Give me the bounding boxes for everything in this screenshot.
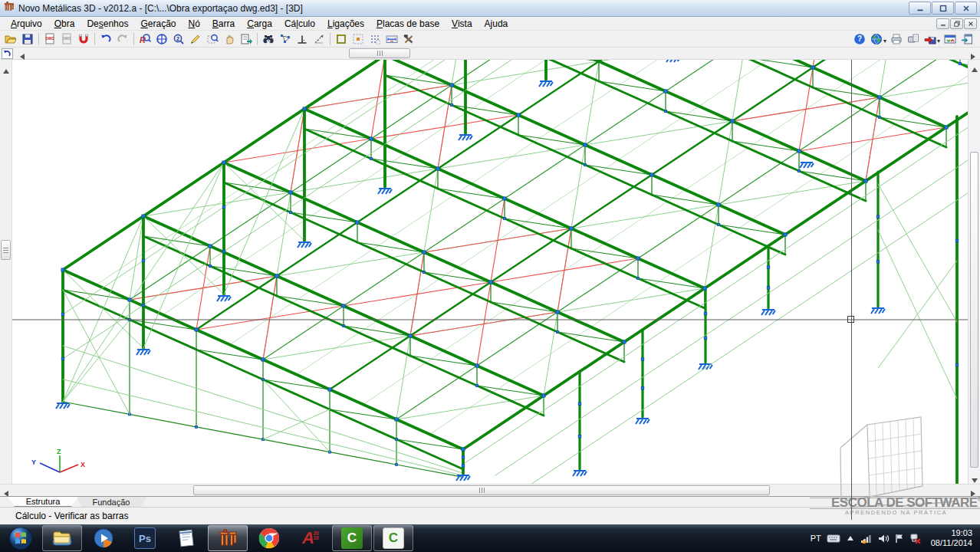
mdi-close-button[interactable] [964,18,977,29]
svg-text:X: X [81,461,85,468]
left-scrollbar-thumb[interactable] [1,240,11,260]
undo-icon[interactable] [97,31,114,47]
clock-time: 19:03 [931,528,972,538]
window-exit-icon[interactable] [959,31,975,47]
taskbar-chrome-icon[interactable] [249,525,289,551]
taskbar-photoshop-icon[interactable]: Ps [125,525,165,551]
window-title: Novo Metálicas 3D - v2012.a - [C:\...\Ob… [18,3,303,14]
horizontal-scrollbar[interactable] [0,484,980,496]
selection-square-icon[interactable] [333,31,350,47]
taskbar-camtasia-studio-icon[interactable]: C [332,525,372,551]
scroll-left-icon[interactable] [18,50,26,64]
maximize-button[interactable] [932,2,954,15]
top-scrollbar-thumb[interactable] [349,48,410,58]
toolbar: DWGDWGR2M ?▾▾ [0,31,980,48]
view-tabs-bar: Estrutura Fundação [0,496,980,507]
app-icon [3,1,15,15]
redraw-pencil-icon[interactable] [187,31,204,47]
print-preview-icon[interactable] [905,31,922,47]
tab-fundacao[interactable]: Fundação [75,497,147,507]
title-bar: Novo Metálicas 3D - v2012.a - [C:\...\Ob… [0,0,980,17]
mdi-minimize-button[interactable] [936,18,949,29]
top-scroll-strip [0,48,980,60]
toolbar-separator [94,33,95,45]
save-icon[interactable] [19,31,36,47]
tools-hammer-icon[interactable] [400,31,417,47]
svg-text:DWG: DWG [46,37,54,41]
dimension-style-icon[interactable] [383,31,400,47]
hscroll-thumb[interactable] [193,485,770,495]
taskbar-autocad-icon[interactable]: A2010 [291,525,331,551]
window-options-icon[interactable] [942,31,959,47]
keyboard-icon[interactable] [827,534,840,544]
vscroll-up-icon[interactable] [971,63,978,77]
perpendicular-tool-icon[interactable] [294,31,311,47]
taskbar-start-button[interactable] [1,525,41,551]
zoom-previous-icon[interactable]: 2 [170,31,187,47]
menu-gera-o[interactable]: Geração [134,18,182,30]
pan-hand-icon[interactable] [221,31,238,47]
vertical-scrollbar[interactable] [968,60,980,484]
menu-desenhos[interactable]: Desenhos [81,18,134,30]
crosshair-vertical [851,60,852,520]
node-tool-icon[interactable] [277,31,294,47]
axes-tool-icon[interactable] [311,31,327,47]
menu-ajuda[interactable]: Ajuda [478,18,515,30]
clock[interactable]: 19:03 08/11/2014 [931,528,972,548]
snap-magnet-icon[interactable] [75,31,92,47]
menu-c-lculo[interactable]: Cálculo [278,18,321,30]
menu-barra[interactable]: Barra [206,18,241,30]
menu-obra[interactable]: Obra [48,18,81,30]
taskbar-media-player-icon[interactable] [84,525,123,551]
toolbar-separator [133,33,134,45]
toolbar-separator [38,33,39,45]
export-save-dropdown-icon[interactable]: ▾ [937,38,940,44]
menu-carga[interactable]: Carga [241,18,278,30]
network-error-icon[interactable] [909,533,921,544]
menu-n-[interactable]: Nó [182,18,206,30]
open-icon[interactable] [2,31,19,47]
menu-arquivo[interactable]: Arquivo [5,18,48,30]
zoom-window-icon[interactable]: R [136,31,153,47]
structure-3d-view[interactable]: Z X Y [0,0,980,552]
dwg-export-icon[interactable]: DWG [41,31,58,47]
taskbar-notepad-icon[interactable] [166,525,206,551]
minimize-button[interactable] [909,2,931,15]
language-indicator[interactable]: PT [811,534,821,543]
menu-liga-es[interactable]: Ligações [321,18,370,30]
menu-placas-de-base[interactable]: Placas de base [370,18,446,30]
tab-estrutura[interactable]: Estrutura [8,497,78,507]
application-window: Novo Metálicas 3D - v2012.a - [C:\...\Ob… [0,0,980,552]
selection-grid-icon[interactable] [367,31,383,47]
selection-dot-icon[interactable] [350,31,367,47]
taskbar-camtasia-recorder-icon[interactable]: C [373,525,413,551]
svg-text:2: 2 [176,35,179,41]
taskbar-explorer-icon[interactable] [42,525,82,551]
show-hidden-icon[interactable] [846,534,855,542]
scroll-up-icon[interactable] [2,64,10,78]
export-save-icon[interactable] [922,31,939,47]
redo-icon[interactable] [114,31,131,47]
taskbar-metalicas-3d-icon[interactable] [208,525,248,551]
web-globe-dropdown-icon[interactable]: ▾ [883,38,886,44]
action-center-flag-icon[interactable] [895,534,904,544]
previous-view-button[interactable] [2,48,13,59]
close-button[interactable] [955,2,977,15]
web-globe-icon[interactable] [868,31,885,47]
search-binoculars-icon[interactable]: M [260,31,277,47]
svg-text:Y: Y [31,458,36,466]
network-signal-icon[interactable]: * [860,534,873,544]
dwg-export-2-icon[interactable]: DWG [58,31,75,47]
mdi-restore-button[interactable] [950,18,963,29]
volume-icon[interactable] [878,534,890,544]
scroll-right-icon[interactable] [969,50,977,64]
zoom-box-icon[interactable] [204,31,221,47]
zoom-extents-icon[interactable] [153,31,170,47]
menu-vista[interactable]: Vista [446,18,478,30]
print-icon[interactable] [888,31,905,47]
svg-text:Z: Z [57,448,61,455]
view-sheet-icon[interactable] [238,31,255,47]
help-icon[interactable]: ? [851,31,868,47]
toolbar-separator [257,33,258,45]
vscroll-thumb[interactable] [970,152,978,468]
